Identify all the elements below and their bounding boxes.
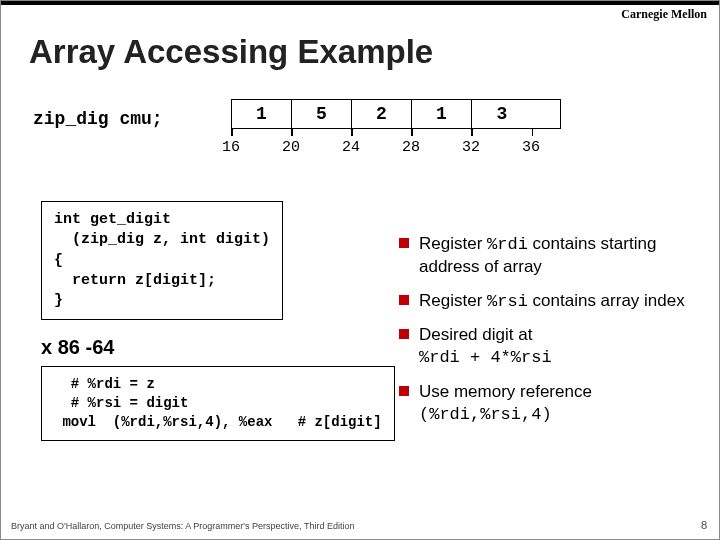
bullet-text: Desired digit at bbox=[419, 325, 532, 344]
bullet-code: %rdi + 4*%rsi bbox=[419, 348, 552, 367]
c-code-box: int get_digit (zip_dig z, int digit) { r… bbox=[41, 201, 283, 320]
cell-value: 1 bbox=[436, 104, 447, 124]
bullet-item: Register %rsi contains array index bbox=[399, 290, 703, 313]
address-label: 24 bbox=[321, 139, 381, 156]
square-bullet-icon bbox=[399, 386, 409, 396]
array-cell: 3 bbox=[472, 100, 532, 128]
bullet-code: (%rdi,%rsi,4) bbox=[419, 405, 552, 424]
bullet-item: Register %rdi contains starting address … bbox=[399, 233, 703, 278]
bullet-text: Use memory reference bbox=[419, 382, 592, 401]
institution-label: Carnegie Mellon bbox=[621, 7, 707, 22]
address-label: 32 bbox=[441, 139, 501, 156]
footer-citation: Bryant and O'Hallaron, Computer Systems:… bbox=[11, 521, 354, 531]
address-label: 36 bbox=[501, 139, 561, 156]
bullet-text: contains array index bbox=[528, 291, 685, 310]
bullet-text: Register bbox=[419, 234, 487, 253]
address-label: 20 bbox=[261, 139, 321, 156]
type-declaration: zip_dig cmu; bbox=[33, 109, 163, 129]
array-cell: 2 bbox=[352, 100, 412, 128]
asm-code-box: # %rdi = z # %rsi = digit movl (%rdi,%rs… bbox=[41, 366, 395, 441]
cell-value: 3 bbox=[497, 104, 508, 124]
slide: Carnegie Mellon Array Accessing Example … bbox=[0, 0, 720, 540]
slide-title: Array Accessing Example bbox=[29, 33, 433, 71]
address-label: 16 bbox=[201, 139, 261, 156]
square-bullet-icon bbox=[399, 295, 409, 305]
tick-mark bbox=[291, 128, 293, 136]
array-cell: 1 bbox=[412, 100, 472, 128]
tick-mark bbox=[231, 128, 233, 136]
cell-value: 2 bbox=[376, 104, 387, 124]
bullet-item: Use memory reference (%rdi,%rsi,4) bbox=[399, 381, 703, 426]
bullet-code: %rdi bbox=[487, 235, 528, 254]
cell-value: 5 bbox=[316, 104, 327, 124]
array-cell: 1 bbox=[232, 100, 292, 128]
top-bar bbox=[1, 1, 719, 5]
array-diagram: 1 5 2 1 3 16 20 24 28 32 36 bbox=[231, 99, 561, 156]
page-number: 8 bbox=[701, 519, 707, 531]
tick-mark bbox=[532, 128, 534, 136]
bullet-text: Register bbox=[419, 291, 487, 310]
array-cell: 5 bbox=[292, 100, 352, 128]
bullet-item: Desired digit at %rdi + 4*%rsi bbox=[399, 324, 703, 369]
tick-mark bbox=[411, 128, 413, 136]
arch-label: x 86 -64 bbox=[41, 336, 114, 359]
cell-value: 1 bbox=[256, 104, 267, 124]
array-addresses: 16 20 24 28 32 36 bbox=[201, 139, 561, 156]
tick-mark bbox=[351, 128, 353, 136]
square-bullet-icon bbox=[399, 238, 409, 248]
bullet-list: Register %rdi contains starting address … bbox=[399, 233, 703, 437]
address-label: 28 bbox=[381, 139, 441, 156]
tick-mark bbox=[471, 128, 473, 136]
array-cells: 1 5 2 1 3 bbox=[231, 99, 561, 129]
square-bullet-icon bbox=[399, 329, 409, 339]
bullet-code: %rsi bbox=[487, 292, 528, 311]
